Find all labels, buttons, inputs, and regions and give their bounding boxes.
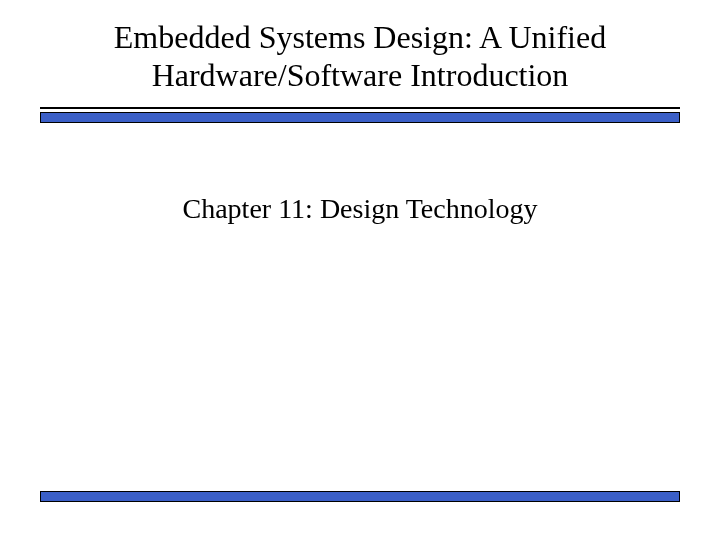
decorative-bar-bottom xyxy=(40,491,680,502)
decorative-bar-top xyxy=(40,112,680,123)
slide: Embedded Systems Design: A Unified Hardw… xyxy=(0,0,720,540)
chapter-heading: Chapter 11: Design Technology xyxy=(0,193,720,225)
title-line-2: Hardware/Software Introduction xyxy=(50,56,670,94)
title-line-1: Embedded Systems Design: A Unified xyxy=(50,18,670,56)
title-underline xyxy=(40,107,680,109)
slide-title: Embedded Systems Design: A Unified Hardw… xyxy=(0,18,720,95)
